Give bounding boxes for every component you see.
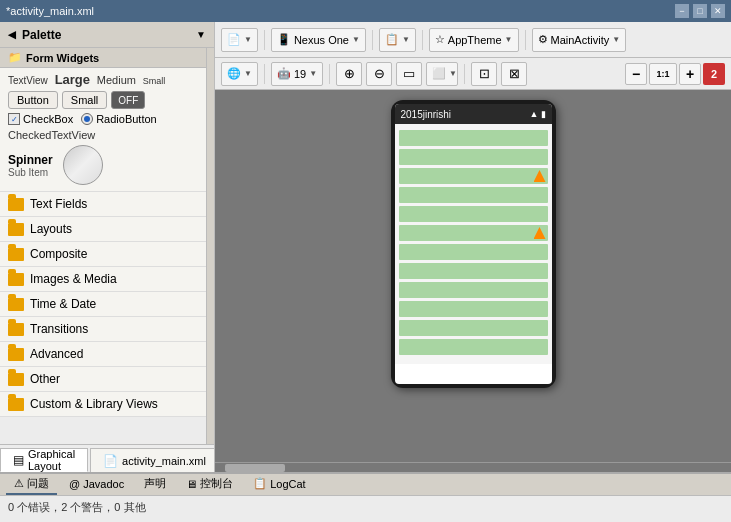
maximize-button[interactable]: □ (693, 4, 707, 18)
orientation-toggle-icon: ⬜ (432, 67, 446, 80)
content-row-2 (399, 149, 548, 165)
canvas-scroll[interactable]: 2015jinrishi ▲ ▮ (215, 90, 731, 462)
tab-graphical-layout[interactable]: ▤ Graphical Layout (0, 448, 88, 472)
zoom-fit-btn[interactable]: ⊡ (471, 62, 497, 86)
theme-arrow: ▼ (505, 35, 513, 44)
category-transitions[interactable]: Transitions (0, 317, 206, 342)
category-layouts[interactable]: Layouts (0, 217, 206, 242)
palette-expand-icon[interactable]: ▼ (196, 29, 206, 40)
palette-header-left: ◀ Palette (8, 28, 61, 42)
textview-medium[interactable]: Medium (97, 74, 136, 86)
zoom-in-btn[interactable]: + (679, 63, 701, 85)
bottom-tab-problems[interactable]: ⚠ 问题 (6, 474, 57, 495)
palette-scrollbar[interactable] (206, 48, 214, 444)
palette-arrow[interactable]: ◀ (8, 29, 16, 40)
content-row-8 (399, 263, 548, 279)
category-text-fields[interactable]: Text Fields (0, 192, 206, 217)
category-images-media[interactable]: Images & Media (0, 267, 206, 292)
orientation-dropdown[interactable]: 📋 ▼ (379, 28, 416, 52)
spinner-circle[interactable] (63, 145, 103, 185)
device-label: Nexus One (294, 34, 349, 46)
problems-label: 问题 (27, 476, 49, 491)
folder-icon-advanced (8, 348, 24, 361)
minimize-button[interactable]: − (675, 4, 689, 18)
checkbox-label: CheckBox (23, 113, 73, 125)
checked-textview-row[interactable]: CheckedTextView (8, 129, 198, 141)
folder-icon-transitions (8, 323, 24, 336)
zoom-out-btn[interactable]: − (625, 63, 647, 85)
form-widgets-header[interactable]: 📁 Form Widgets (0, 48, 206, 68)
globe-dropdown[interactable]: 🌐 ▼ (221, 62, 258, 86)
fit-screen-btn[interactable]: ⊕ (336, 62, 362, 86)
category-time-date[interactable]: Time & Date (0, 292, 206, 317)
textview-large[interactable]: Large (55, 72, 90, 87)
content-row-3 (399, 168, 548, 184)
zoom-fit2-btn[interactable]: ⊠ (501, 62, 527, 86)
activity-dropdown[interactable]: ⚙ MainActivity ▼ (532, 28, 627, 52)
zoom-100-btn[interactable]: 1:1 (649, 63, 677, 85)
canvas-hscrollbar[interactable] (215, 462, 731, 472)
new-xml-dropdown[interactable]: 📄 ▼ (221, 28, 258, 52)
checked-textview-label: CheckedTextView (8, 129, 95, 141)
android-icon: 🤖 (277, 67, 291, 80)
orientation-toggle[interactable]: ⬜ ▼ (426, 62, 458, 86)
theme-label: AppTheme (448, 34, 502, 46)
canvas-toolbar-row1: 📄 ▼ 📱 Nexus One ▼ 📋 ▼ ☆ App (215, 22, 731, 58)
hscroll-thumb[interactable] (225, 464, 285, 472)
tab-activity-xml[interactable]: 📄 activity_main.xml (90, 448, 215, 472)
battery-icon: ▮ (541, 109, 546, 119)
category-composite[interactable]: Composite (0, 242, 206, 267)
form-widgets-content: TextView Large Medium Small Button Small… (0, 68, 206, 192)
api-dropdown[interactable]: 🤖 19 ▼ (271, 62, 323, 86)
radiobutton-item[interactable]: RadioButton (81, 113, 157, 125)
checkbox-row: ✓ CheckBox RadioButton (8, 113, 198, 125)
device-dropdown[interactable]: 📱 Nexus One ▼ (271, 28, 366, 52)
folder-icon-composite (8, 248, 24, 261)
category-text-fields-label: Text Fields (30, 197, 87, 211)
globe-icon: 🌐 (227, 67, 241, 80)
separator-5 (264, 64, 265, 84)
checkbox-item[interactable]: ✓ CheckBox (8, 113, 73, 125)
orientation-toggle-arrow: ▼ (449, 69, 457, 78)
folder-icon-images-media (8, 273, 24, 286)
content-row-10 (399, 301, 548, 317)
toggle-widget[interactable]: OFF (111, 91, 145, 109)
api-label: 19 (294, 68, 306, 80)
orientation-arrow: ▼ (402, 35, 410, 44)
bottom-tab-javadoc[interactable]: @ Javadoc (61, 476, 132, 494)
title-bar-controls: − □ ✕ (675, 4, 725, 18)
zoom-controls: − 1:1 + 2 (625, 63, 725, 85)
form-widgets-label: Form Widgets (26, 52, 99, 64)
theme-dropdown[interactable]: ☆ AppTheme ▼ (429, 28, 519, 52)
close-button[interactable]: ✕ (711, 4, 725, 18)
separator-4 (525, 30, 526, 50)
bottom-tab-declaration[interactable]: 声明 (136, 474, 174, 495)
zoom-badge: 2 (703, 63, 725, 85)
textview-small[interactable]: Small (143, 76, 166, 86)
bottom-tab-console[interactable]: 🖥 控制台 (178, 474, 241, 495)
spinner-text-group: Spinner Sub Item (8, 153, 53, 178)
warning-icon-1 (534, 170, 546, 182)
main-container: ◀ Palette ▼ 📁 Form Widgets TextVi (0, 22, 731, 522)
category-advanced[interactable]: Advanced (0, 342, 206, 367)
button-widget[interactable]: Button (8, 91, 58, 109)
fit-width-btn[interactable]: ⊖ (366, 62, 392, 86)
widget-buttons-row: Button Small OFF (8, 91, 198, 109)
title-bar: *activity_main.xml − □ ✕ (0, 0, 731, 22)
category-custom-library[interactable]: Custom & Library Views (0, 392, 206, 417)
category-custom-library-label: Custom & Library Views (30, 397, 158, 411)
palette-content: 📁 Form Widgets TextView Large Medium Sma… (0, 48, 206, 444)
portrait-btn[interactable]: ▭ (396, 62, 422, 86)
small-widget[interactable]: Small (62, 91, 108, 109)
canvas-toolbar-row2: 🌐 ▼ 🤖 19 ▼ ⊕ ⊖ ▭ ⬜ ▼ ⊡ (215, 58, 731, 90)
api-arrow: ▼ (309, 69, 317, 78)
form-widgets-folder-icon: 📁 (8, 51, 22, 64)
textview-label: TextView (8, 75, 48, 86)
category-other[interactable]: Other (0, 367, 206, 392)
radiobutton-circle (81, 113, 93, 125)
bottom-tab-logcat[interactable]: 📋 LogCat (245, 475, 313, 494)
phone-screen: 2015jinrishi ▲ ▮ (395, 104, 552, 384)
activity-icon: ⚙ (538, 33, 548, 46)
content-row-6 (399, 225, 548, 241)
bottom-panel: ⚠ 问题 @ Javadoc 声明 🖥 控制台 📋 LogCat 0 个错误，2… (0, 472, 731, 522)
